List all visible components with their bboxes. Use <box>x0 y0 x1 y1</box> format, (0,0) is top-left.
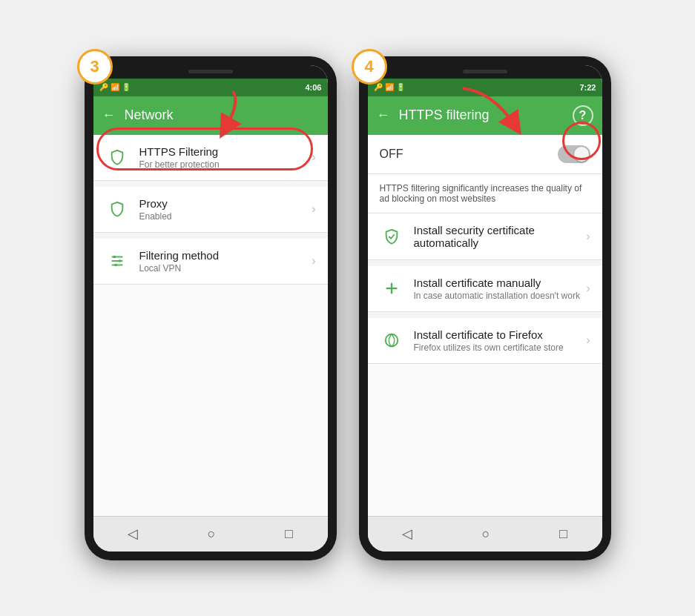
filtering-method-icon <box>105 249 129 273</box>
phone4-speaker <box>463 70 507 73</box>
phone4-icon1: 🔑 <box>374 83 383 91</box>
svg-point-8 <box>385 334 398 347</box>
menu-item-https-filtering[interactable]: HTTPS Filtering For better protection › <box>93 135 328 181</box>
install-cert-manual-icon <box>380 276 404 300</box>
https-filtering-icon <box>105 145 129 169</box>
menu-item-filtering-method[interactable]: Filtering method Local VPN › <box>93 239 328 285</box>
menu-item-install-cert-firefox[interactable]: Install certificate to Firefox Firefox u… <box>368 318 602 364</box>
https-toggle[interactable] <box>558 145 590 163</box>
svg-point-4 <box>118 259 121 262</box>
phone3-title: Network <box>125 107 319 123</box>
proxy-subtitle: Enabled <box>139 211 312 222</box>
svg-point-5 <box>114 264 117 267</box>
proxy-text: Proxy Enabled <box>139 197 312 222</box>
proxy-icon <box>105 197 129 221</box>
https-description: HTTPS filtering significantly increases … <box>368 174 602 213</box>
phone3-container: 3 🔑 📶 <box>85 56 337 560</box>
install-cert-firefox-arrow: › <box>586 334 590 347</box>
install-cert-auto-icon <box>380 225 404 248</box>
proxy-title: Proxy <box>139 197 312 210</box>
install-cert-manual-title: Install certificate manually <box>414 276 587 289</box>
off-label: OFF <box>380 148 404 161</box>
menu-item-install-cert-auto[interactable]: Install security certificate automatical… <box>368 213 602 260</box>
phone3-icon2: 📶 <box>111 83 119 91</box>
install-cert-firefox-text: Install certificate to Firefox Firefox u… <box>414 328 587 353</box>
phone3-notch <box>93 65 328 79</box>
phone3-speaker <box>188 70 233 73</box>
phone3-back-button[interactable]: ← <box>102 107 116 123</box>
install-cert-auto-title: Install security certificate automatical… <box>414 224 587 249</box>
phone4-icon2: 📶 <box>385 83 394 91</box>
https-filtering-text: HTTPS Filtering For better protection <box>139 145 312 170</box>
svg-point-3 <box>113 256 116 259</box>
phone4-status-bar: 🔑 📶 🔋 7:22 <box>368 79 602 96</box>
step4-badge: 4 <box>352 49 387 85</box>
phone4-divider1 <box>368 260 602 266</box>
phone3-nav-home[interactable]: ○ <box>208 526 216 542</box>
phone3-status-icons: 🔑 📶 🔋 <box>99 83 131 91</box>
phone4-container: 4 🔑 📶 <box>359 56 611 560</box>
proxy-arrow: › <box>312 202 315 216</box>
phone4: 🔑 📶 🔋 7:22 ← HTTPS filtering ? OFF <box>359 56 611 560</box>
phone4-help-icon[interactable]: ? <box>573 105 593 126</box>
phone4-status-icons: 🔑 📶 🔋 <box>374 83 405 91</box>
phone3-divider1 <box>93 181 328 187</box>
phone4-divider2 <box>368 312 602 318</box>
phone3: 🔑 📶 🔋 4:06 ← Network <box>85 56 337 560</box>
phone3-content: HTTPS Filtering For better protection › <box>93 135 328 516</box>
menu-item-install-cert-manual[interactable]: Install certificate manually In case aut… <box>368 266 602 312</box>
phone3-divider2 <box>93 233 328 239</box>
phone3-nav-recents[interactable]: □ <box>285 526 293 542</box>
phone4-nav-recents[interactable]: □ <box>559 526 567 542</box>
phone4-notch <box>368 65 602 79</box>
phone4-content: OFF HTTPS filtering significantly increa… <box>368 135 602 516</box>
phone4-bottom-nav: ◁ ○ □ <box>368 516 602 552</box>
filtering-method-text: Filtering method Local VPN <box>139 249 312 274</box>
phone4-nav-home[interactable]: ○ <box>482 526 490 542</box>
filtering-method-arrow: › <box>312 254 315 268</box>
off-toggle-row[interactable]: OFF <box>368 135 602 174</box>
https-filtering-arrow: › <box>312 150 315 164</box>
phone4-icon3: 🔋 <box>396 83 405 91</box>
phone3-icon1: 🔑 <box>99 83 108 91</box>
install-cert-auto-text: Install security certificate automatical… <box>414 224 587 249</box>
phone3-status-bar: 🔑 📶 🔋 4:06 <box>93 79 328 96</box>
install-cert-manual-subtitle: In case automatic installation doesn't w… <box>414 291 587 301</box>
install-cert-manual-text: Install certificate manually In case aut… <box>414 276 587 301</box>
page-wrapper: 3 🔑 📶 <box>85 56 611 560</box>
phone4-app-bar: ← HTTPS filtering ? <box>368 96 602 135</box>
install-cert-firefox-title: Install certificate to Firefox <box>414 328 587 341</box>
phone4-back-button[interactable]: ← <box>377 107 390 123</box>
toggle-knob <box>574 147 589 162</box>
filtering-method-subtitle: Local VPN <box>139 263 312 274</box>
phone4-title: HTTPS filtering <box>399 107 564 123</box>
phone4-nav-back[interactable]: ◁ <box>402 526 412 542</box>
phone3-time: 4:06 <box>305 83 321 92</box>
filtering-method-title: Filtering method <box>139 249 312 262</box>
menu-item-proxy[interactable]: Proxy Enabled › <box>93 187 328 233</box>
install-cert-manual-arrow: › <box>586 282 590 295</box>
phone4-time: 7:22 <box>579 83 596 92</box>
https-filtering-subtitle: For better protection <box>139 159 312 170</box>
install-cert-firefox-subtitle: Firefox utilizes its own certificate sto… <box>414 342 587 353</box>
https-filtering-title: HTTPS Filtering <box>139 145 312 158</box>
phone3-nav-back[interactable]: ◁ <box>128 526 138 542</box>
step3-badge: 3 <box>77 49 113 85</box>
phone3-icon3: 🔋 <box>122 83 131 91</box>
phone3-bottom-nav: ◁ ○ □ <box>93 516 328 552</box>
phone4-screen: 🔑 📶 🔋 7:22 ← HTTPS filtering ? OFF <box>368 65 602 552</box>
phone3-screen: 🔑 📶 🔋 4:06 ← Network <box>93 65 328 552</box>
install-cert-firefox-icon <box>380 328 404 352</box>
install-cert-auto-arrow: › <box>586 230 590 243</box>
phone3-app-bar: ← Network <box>93 96 328 135</box>
